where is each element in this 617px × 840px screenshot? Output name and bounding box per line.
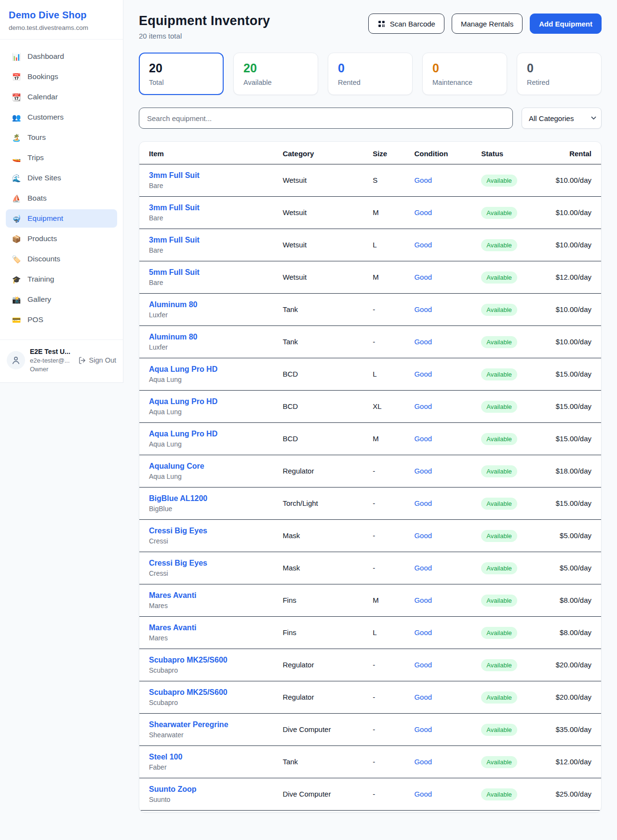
item-condition-link[interactable]: Good	[414, 176, 432, 184]
item-condition-link[interactable]: Good	[414, 564, 432, 572]
item-rental-price: $10.00/day	[556, 176, 591, 184]
item-name-link[interactable]: Steel 100	[149, 753, 273, 761]
item-condition-link[interactable]: Good	[414, 273, 432, 281]
status-badge: Available	[481, 498, 517, 510]
item-condition-link[interactable]: Good	[414, 370, 432, 378]
stat-card[interactable]: 20 Total	[139, 53, 224, 95]
status-badge: Available	[481, 271, 517, 284]
sidebar-nav-item[interactable]: 🚤 Trips	[6, 149, 117, 167]
sidebar-nav-item[interactable]: 📅 Bookings	[6, 68, 117, 86]
item-condition-link[interactable]: Good	[414, 434, 432, 443]
item-condition-link[interactable]: Good	[414, 241, 432, 249]
status-badge: Available	[481, 691, 517, 704]
diving-mask-icon: 🤿	[12, 215, 21, 222]
sidebar-nav-item[interactable]: 🏝️ Tours	[6, 128, 117, 147]
sidebar-nav-item[interactable]: 📆 Calendar	[6, 88, 117, 106]
sign-out-label: Sign Out	[89, 356, 116, 364]
item-name-link[interactable]: Suunto Zoop	[149, 785, 273, 794]
item-condition-link[interactable]: Good	[414, 338, 432, 346]
item-name-link[interactable]: Aluminum 80	[149, 333, 273, 341]
table-row: BigBlue AL1200 BigBlue Torch/Light - Goo…	[139, 488, 601, 520]
item-name-link[interactable]: Aqua Lung Pro HD	[149, 365, 273, 374]
add-equipment-button[interactable]: Add Equipment	[530, 14, 602, 34]
item-name-link[interactable]: Mares Avanti	[149, 623, 273, 632]
table-row: Scubapro MK25/S600 Scubapro Regulator - …	[139, 649, 601, 681]
sidebar-nav-item-label: Gallery	[27, 295, 51, 304]
search-input[interactable]	[139, 108, 513, 129]
sidebar-nav-item-label: Boats	[27, 194, 47, 203]
item-brand: Luxfer	[149, 343, 273, 351]
column-header-item: Item	[139, 142, 278, 164]
item-brand: Luxfer	[149, 311, 273, 319]
sidebar-nav-item[interactable]: 🌊 Dive Sites	[6, 169, 117, 187]
item-condition-link[interactable]: Good	[414, 208, 432, 217]
manage-rentals-button[interactable]: Manage Rentals	[452, 14, 523, 34]
sidebar-nav-item[interactable]: 📸 Gallery	[6, 290, 117, 309]
sign-out-button[interactable]: Sign Out	[78, 356, 116, 365]
item-condition-link[interactable]: Good	[414, 305, 432, 313]
item-category: Tank	[282, 305, 298, 313]
item-name-link[interactable]: Aluminum 80	[149, 300, 273, 309]
sidebar-nav-item[interactable]: 💳 POS	[6, 311, 117, 329]
item-name-link[interactable]: Aqua Lung Pro HD	[149, 430, 273, 438]
item-condition-link[interactable]: Good	[414, 661, 432, 669]
item-name-link[interactable]: BigBlue AL1200	[149, 494, 273, 503]
sidebar-nav-item[interactable]: 🏷️ Discounts	[6, 250, 117, 268]
page-title: Equipment Inventory	[139, 14, 270, 28]
item-brand: Aqua Lung	[149, 473, 273, 480]
item-rental-price: $12.00/day	[556, 273, 591, 281]
category-select[interactable]: All Categories	[522, 108, 602, 129]
stat-card[interactable]: 0 Rented	[328, 53, 413, 95]
user-role: Owner	[30, 366, 73, 373]
item-brand: Cressi	[149, 537, 273, 545]
item-rental-price: $10.00/day	[556, 208, 591, 217]
item-name-link[interactable]: Cressi Big Eyes	[149, 527, 273, 535]
item-size: -	[373, 725, 375, 733]
item-size: -	[373, 661, 375, 669]
item-condition-link[interactable]: Good	[414, 596, 432, 604]
item-condition-link[interactable]: Good	[414, 467, 432, 475]
equipment-table-card: Item Category Size Condition Status Rent…	[139, 141, 602, 813]
credit-card-icon: 💳	[12, 316, 21, 324]
item-name-link[interactable]: Cressi Big Eyes	[149, 559, 273, 568]
sidebar-nav-item[interactable]: 📊 Dashboard	[6, 47, 117, 66]
item-condition-link[interactable]: Good	[414, 402, 432, 410]
item-name-link[interactable]: Scubapro MK25/S600	[149, 688, 273, 697]
stat-card[interactable]: 0 Maintenance	[422, 53, 507, 95]
sidebar-nav-item[interactable]: ⛵ Boats	[6, 189, 117, 207]
item-condition-link[interactable]: Good	[414, 725, 432, 733]
item-rental-price: $8.00/day	[560, 628, 591, 637]
sidebar-nav-item[interactable]: 🎓 Training	[6, 270, 117, 288]
item-name-link[interactable]: Scubapro MK25/S600	[149, 656, 273, 664]
item-condition-link[interactable]: Good	[414, 531, 432, 540]
stat-card[interactable]: 0 Retired	[517, 53, 602, 95]
stat-value: 0	[527, 61, 591, 75]
item-rental-price: $12.00/day	[556, 758, 591, 766]
sidebar-nav-item[interactable]: 📦 Products	[6, 230, 117, 248]
item-name-link[interactable]: 3mm Full Suit	[149, 236, 273, 244]
item-size: M	[373, 208, 379, 217]
item-condition-link[interactable]: Good	[414, 758, 432, 766]
column-header-rental: Rental	[539, 142, 601, 164]
item-size: M	[373, 273, 379, 281]
item-name-link[interactable]: Aqualung Core	[149, 462, 273, 471]
item-name-link[interactable]: 3mm Full Suit	[149, 203, 273, 212]
item-condition-link[interactable]: Good	[414, 499, 432, 507]
item-brand: Aqua Lung	[149, 440, 273, 448]
item-rental-price: $8.00/day	[560, 596, 591, 604]
item-condition-link[interactable]: Good	[414, 628, 432, 637]
item-condition-link[interactable]: Good	[414, 693, 432, 701]
table-row: Scubapro MK25/S600 Scubapro Regulator - …	[139, 681, 601, 714]
item-name-link[interactable]: Mares Avanti	[149, 591, 273, 600]
sidebar-nav-item[interactable]: 🤿 Equipment	[6, 209, 117, 228]
stat-card[interactable]: 20 Available	[233, 53, 318, 95]
item-name-link[interactable]: 3mm Full Suit	[149, 171, 273, 180]
item-name-link[interactable]: Shearwater Peregrine	[149, 720, 273, 729]
scan-barcode-button[interactable]: Scan Barcode	[368, 14, 444, 34]
item-name-link[interactable]: 5mm Full Suit	[149, 268, 273, 277]
table-header-row: Item Category Size Condition Status Rent…	[139, 142, 601, 164]
item-condition-link[interactable]: Good	[414, 790, 432, 798]
item-size: M	[373, 434, 379, 443]
sidebar-nav-item[interactable]: 👥 Customers	[6, 108, 117, 126]
item-name-link[interactable]: Aqua Lung Pro HD	[149, 397, 273, 406]
